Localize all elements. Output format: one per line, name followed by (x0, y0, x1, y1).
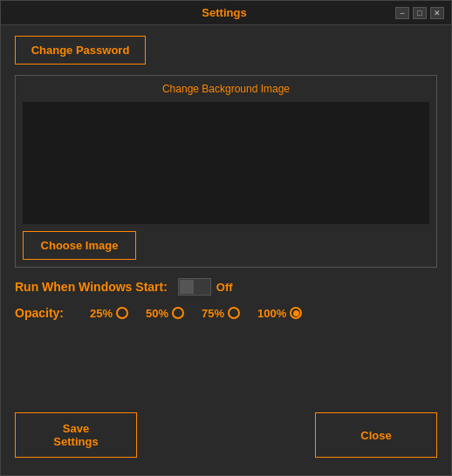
title-bar: Settings – □ ✕ (1, 1, 451, 25)
bg-image-section: Change Background Image Choose Image (15, 75, 437, 268)
maximize-button[interactable]: □ (413, 7, 427, 19)
opacity-label: Opacity: (15, 306, 76, 320)
opacity-label-100: 100% (257, 307, 286, 320)
opacity-option-100[interactable]: 100% (257, 307, 302, 320)
opacity-label-25: 25% (90, 307, 113, 320)
opacity-option-75[interactable]: 75% (202, 307, 240, 320)
title-bar-buttons: – □ ✕ (395, 7, 444, 19)
toggle-container: Off (178, 278, 233, 296)
opacity-options: 25% 50% 75% 100% (90, 307, 302, 320)
change-password-button[interactable]: Change Password (15, 36, 146, 65)
close-button[interactable]: Close (315, 412, 437, 458)
radio-100[interactable] (290, 307, 302, 319)
settings-window: Settings – □ ✕ Change Password Change Ba… (0, 0, 452, 476)
radio-50[interactable] (172, 307, 184, 319)
opacity-row: Opacity: 25% 50% 75% (15, 306, 437, 320)
run-on-start-toggle[interactable] (178, 278, 211, 296)
save-settings-button[interactable]: Save Settings (15, 412, 137, 458)
opacity-option-25[interactable]: 25% (90, 307, 128, 320)
main-content: Change Password Change Background Image … (1, 25, 451, 475)
spacer (15, 330, 437, 402)
toggle-state-label: Off (216, 281, 233, 294)
opacity-label-50: 50% (146, 307, 168, 320)
radio-100-selected (293, 310, 299, 316)
minimize-button[interactable]: – (395, 7, 409, 19)
run-on-start-row: Run When Windows Start: Off (15, 278, 437, 296)
opacity-label-75: 75% (202, 307, 224, 320)
close-window-button[interactable]: ✕ (430, 7, 444, 19)
run-on-start-label: Run When Windows Start: (15, 280, 168, 294)
choose-image-button[interactable]: Choose Image (23, 231, 136, 260)
radio-75[interactable] (228, 307, 240, 319)
bottom-buttons: Save Settings Close (15, 412, 437, 465)
window-title: Settings (53, 6, 395, 19)
toggle-knob (180, 280, 194, 294)
bg-image-preview (23, 102, 429, 224)
opacity-option-50[interactable]: 50% (146, 307, 184, 320)
radio-25[interactable] (116, 307, 128, 319)
bg-image-label: Change Background Image (23, 83, 429, 95)
